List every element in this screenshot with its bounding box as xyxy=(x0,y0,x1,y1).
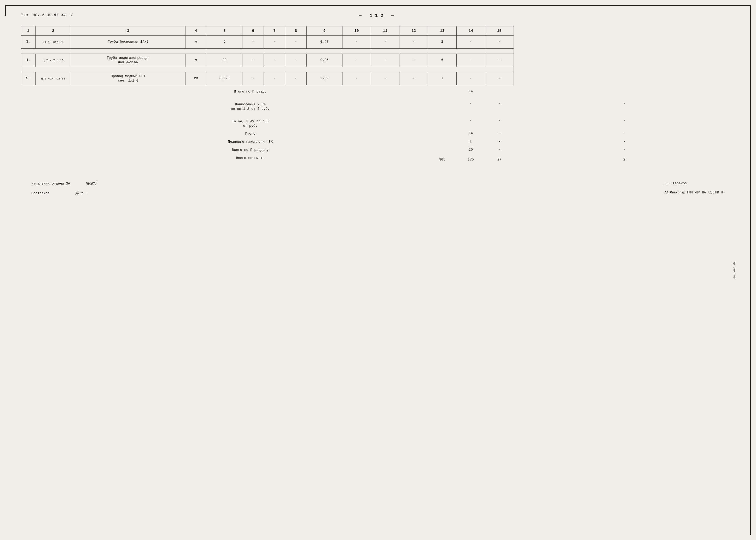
col-header-11: 11 xyxy=(371,26,399,36)
table-row: 4. Ц.I ч.I п.13 Труба водогазопровод- на… xyxy=(21,54,735,67)
sig-line-2: Составила Дие - xyxy=(31,191,97,196)
row4-num: 4. xyxy=(21,54,36,67)
row4-col15: - xyxy=(485,54,513,67)
sum-val-2-15: - xyxy=(623,102,625,106)
row3-col9: 0,47 xyxy=(307,36,343,49)
signature-right: Л.К.Терехоз АА Онакогар ГПН ЧШИ НА ГД ЛП… xyxy=(665,182,725,201)
col-header-2: 2 xyxy=(35,26,71,36)
page-header: Т.п. 901-5-39.67 Ак. У — 112 — xyxy=(21,10,735,18)
table-header-row: 1 2 3 4 5 6 7 8 9 10 11 12 13 14 15 xyxy=(21,26,735,36)
col-header-8: 8 xyxy=(285,26,307,36)
row3-col10: - xyxy=(342,36,371,49)
row5-col6: - xyxy=(243,72,264,85)
row4-col9: 0,25 xyxy=(307,54,343,67)
sum-val-2-14: - xyxy=(498,102,500,106)
row3-col11: - xyxy=(371,36,399,49)
row5-col11: - xyxy=(371,72,399,85)
row5-col10: - xyxy=(342,72,371,85)
sum-val-5-15: - xyxy=(623,140,625,144)
sum-val-7-13: I75 xyxy=(468,158,474,162)
row3-col7: - xyxy=(264,36,285,49)
main-table: 1 2 3 4 5 6 7 8 9 10 11 12 13 14 15 3. 0… xyxy=(21,26,735,166)
row4-col13: 6 xyxy=(428,54,456,67)
row3-col13: 2 xyxy=(428,36,456,49)
row3-col6: - xyxy=(243,36,264,49)
sum-label-6: Всего по П разделу xyxy=(232,148,269,152)
sum-label-4: Итого xyxy=(245,132,256,136)
sum-val-6-14: - xyxy=(498,148,500,152)
row4-col12: - xyxy=(399,54,428,67)
table-row: 3. 01-13 стр.75 Труба бесповная 14x2 м 5… xyxy=(21,36,735,49)
sum-val-2-13: - xyxy=(470,102,472,106)
row4-ref: Ц.I ч.I п.13 xyxy=(35,54,71,67)
sig-name-2: Дие - xyxy=(76,191,87,196)
doc-reference: Т.п. 901-5-39.67 Ак. У xyxy=(21,13,73,18)
col-header-5: 5 xyxy=(207,26,243,36)
row3-col14: - xyxy=(457,36,485,49)
row4-col7: - xyxy=(264,54,285,67)
col-header-1: 1 xyxy=(21,26,36,36)
sum-val-7-12: 305 xyxy=(439,158,445,162)
sum-val-3-15: - xyxy=(623,119,625,123)
sum-val-7-15: 2 xyxy=(623,158,625,162)
row3-unit: м xyxy=(185,36,207,49)
summary-row-4: Итого I4 - - xyxy=(21,129,735,138)
sum-label-7: Всего по смете xyxy=(236,156,265,160)
col-header-6: 6 xyxy=(243,26,264,36)
row5-col9: 27,9 xyxy=(307,72,343,85)
row4-col6: - xyxy=(243,54,264,67)
sum-val-5-14: - xyxy=(498,140,500,144)
summary-row-3: То же, 3,4% по п.3 от руб. - - - xyxy=(21,112,735,129)
sum-label-1: Итого по П разд. xyxy=(234,90,267,93)
row5-num: 5. xyxy=(21,72,36,85)
signature-left: Начальник отдела ЗА Нышт/ Составила Дие … xyxy=(31,182,97,201)
row5-name: Провод медный ПВI сеч. 1x1,0 xyxy=(71,72,185,85)
signature-section: Начальник отдела ЗА Нышт/ Составила Дие … xyxy=(21,182,735,201)
sig-person-2: АА Онакогар ГПН ЧШИ НА ГД ЛПВ НН xyxy=(665,191,725,195)
sum-val-6-15: - xyxy=(623,148,625,152)
col-header-7: 7 xyxy=(264,26,285,36)
row3-col15: - xyxy=(485,36,513,49)
row4-col8: - xyxy=(285,54,307,67)
sum-label-5: Плановые накопления 8% xyxy=(228,140,273,144)
sig-name-1: Нышт/ xyxy=(86,182,97,186)
row5-unit: км xyxy=(185,72,207,85)
sum-label-2: Начисления 9,8% по пп.1,2 от 5 руб. xyxy=(231,102,270,111)
sig-role-1: Начальник отдела ЗА xyxy=(31,182,70,186)
row4-unit: м xyxy=(185,54,207,67)
row5-qty: 0,025 xyxy=(207,72,243,85)
sum-label-3: То же, 3,4% по п.3 от руб. xyxy=(232,119,269,128)
row4-col10: - xyxy=(342,54,371,67)
sig-line-1: Начальник отдела ЗА Нышт/ xyxy=(31,182,97,186)
row3-ref: 01-13 стр.75 xyxy=(35,36,71,49)
row4-name: Труба водогазопровод- ная Д=15мм xyxy=(71,54,185,67)
row5-col13: I xyxy=(428,72,456,85)
sum-val-6-13: I5 xyxy=(469,148,473,152)
table-row: 5. Ц.I ч.У п.2-II Провод медный ПВI сеч.… xyxy=(21,72,735,85)
row3-qty: 5 xyxy=(207,36,243,49)
col-header-13: 13 xyxy=(428,26,456,36)
summary-row-2: Начисления 9,8% по пп.1,2 от 5 руб. - - … xyxy=(21,95,735,112)
sum-val-4-15: - xyxy=(623,131,625,135)
row4-col11: - xyxy=(371,54,399,67)
sum-val-3-14: - xyxy=(498,119,500,123)
row4-qty: 22 xyxy=(207,54,243,67)
row5-col7: - xyxy=(264,72,285,85)
sum-val-4-13: I4 xyxy=(469,131,473,135)
sig-person-1: Л.К.Терехоз xyxy=(665,182,687,185)
row3-name: Труба бесповная 14x2 xyxy=(71,36,185,49)
row3-num: 3. xyxy=(21,36,36,49)
row3-col8: - xyxy=(285,36,307,49)
spacer-row xyxy=(21,67,735,72)
row4-col14: - xyxy=(457,54,485,67)
spacer-row xyxy=(21,49,735,54)
sum-val-5-13: I xyxy=(470,140,472,144)
sum-val-3-13: - xyxy=(470,119,472,123)
sum-val-7-14: 27 xyxy=(497,158,501,162)
sum-val-4-14: - xyxy=(498,131,500,135)
col-header-9: 9 xyxy=(307,26,343,36)
corner-top-left xyxy=(5,5,16,16)
col-header-4: 4 xyxy=(185,26,207,36)
summary-row-5: Плановые накопления 8% I - - xyxy=(21,138,735,146)
col-header-15: 15 xyxy=(485,26,513,36)
